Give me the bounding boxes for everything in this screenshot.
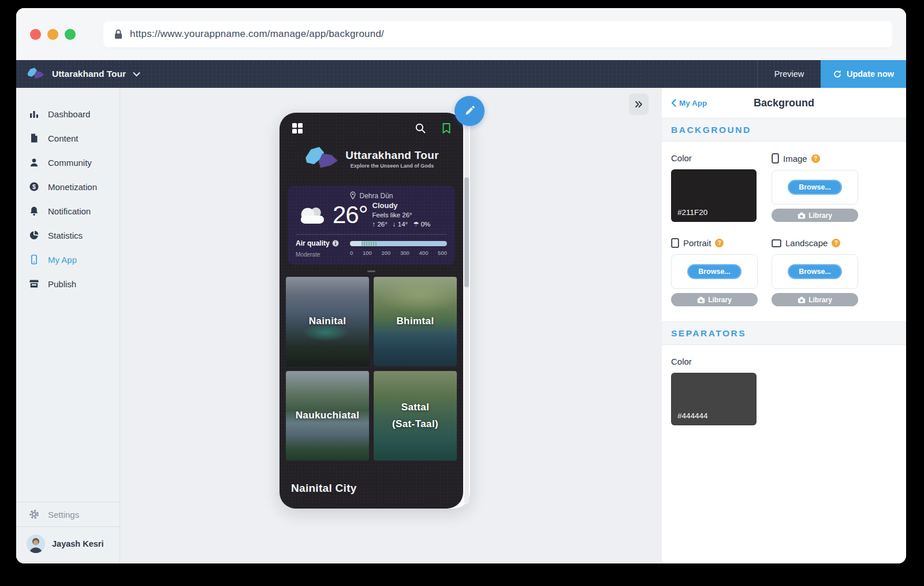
portrait-help-icon[interactable]: ?: [715, 239, 724, 247]
sidebar-item-dashboard[interactable]: Dashboard: [16, 102, 120, 126]
sidebar-item-label: Dashboard: [48, 109, 90, 119]
edit-header-button[interactable]: [454, 96, 485, 126]
sidebar-item-content[interactable]: Content: [16, 126, 120, 150]
scale-tick: 500: [438, 250, 447, 256]
destination-card-bhimtal[interactable]: Bhimtal: [374, 277, 457, 366]
update-now-button[interactable]: Update now: [821, 60, 906, 88]
portrait-browse-button[interactable]: Browse...: [687, 264, 742, 279]
camera-icon: [798, 296, 806, 303]
maximize-window-button[interactable]: [65, 29, 76, 40]
document-icon: [29, 133, 39, 143]
phone-app-tagline: Explore the Unseen Land of Gods: [345, 163, 439, 169]
destination-card-sattal[interactable]: Sattal (Sat-Taal): [374, 371, 457, 461]
storefront-icon: [29, 279, 39, 289]
back-to-my-app-link[interactable]: My App: [671, 99, 707, 107]
close-window-button[interactable]: [30, 29, 41, 40]
image-library-button[interactable]: Library: [772, 209, 858, 222]
location-pin-icon: [349, 191, 356, 200]
background-color-control: Color #211F20: [671, 153, 758, 222]
weather-feels-like: Feels like 26°: [372, 211, 431, 220]
sidebar-item-label: Statistics: [48, 231, 83, 240]
pencil-icon: [463, 105, 476, 117]
background-color-value: #211F20: [677, 208, 707, 217]
image-label: Image: [783, 154, 807, 164]
user-profile[interactable]: Jayash Kesri: [16, 527, 120, 563]
pie-chart-icon: [29, 230, 39, 240]
image-help-icon[interactable]: ?: [811, 154, 820, 163]
sidebar-item-label: Monetization: [48, 182, 97, 192]
app-logo-map-icon: [27, 66, 45, 81]
camera-icon: [798, 212, 806, 219]
uttarakhand-map-icon: [304, 145, 340, 173]
landscape-upload-dropzone[interactable]: Browse...: [772, 254, 858, 289]
settings-label: Settings: [48, 510, 79, 520]
collapse-panel-button[interactable]: [629, 94, 649, 115]
portrait-upload-dropzone[interactable]: Browse...: [671, 254, 758, 289]
destination-label-line2: (Sat-Taal): [392, 416, 438, 433]
separator-color-swatch[interactable]: #444444: [671, 373, 757, 425]
background-color-swatch[interactable]: #211F20: [671, 169, 757, 222]
svg-text:$: $: [32, 183, 36, 190]
bar-chart-icon: [29, 109, 39, 119]
image-upload-dropzone[interactable]: Browse...: [772, 170, 858, 205]
destination-label: Nainital: [309, 313, 346, 330]
scale-tick: 400: [419, 250, 429, 256]
destination-card-nainital[interactable]: Nainital: [286, 277, 369, 366]
search-icon[interactable]: [415, 123, 426, 134]
bookmark-icon[interactable]: [441, 123, 452, 134]
menu-grid-icon[interactable]: [291, 122, 304, 135]
sidebar-item-label: Notification: [48, 206, 91, 216]
update-now-label: Update now: [847, 69, 894, 79]
sidebar-item-settings[interactable]: Settings: [16, 502, 120, 526]
destination-card-naukuchiatal[interactable]: Naukuchiatal: [286, 371, 369, 461]
phone-scrollbar-track: [464, 117, 469, 504]
image-browse-button[interactable]: Browse...: [788, 180, 842, 195]
separators-section-header: SEPARATORS: [662, 321, 906, 345]
sidebar-item-publish[interactable]: Publish: [16, 272, 120, 296]
app-switcher[interactable]: Uttarakhand Tour: [16, 66, 140, 81]
scale-tick: 100: [363, 250, 372, 256]
cloud-icon: [296, 204, 328, 226]
chevron-left-icon: [671, 99, 676, 107]
window-controls: [30, 29, 76, 40]
gear-icon: [29, 509, 39, 520]
sidebar-item-community[interactable]: Community: [16, 150, 120, 175]
phone-scrollbar-thumb[interactable]: [464, 177, 469, 287]
preview-canvas: Uttarakhand Tour Explore the Unseen Land…: [120, 88, 662, 563]
sidebar-item-label: My App: [48, 255, 77, 265]
sidebar-item-label: Publish: [48, 279, 76, 289]
landscape-image-control: Landscape ? Browse... Library: [772, 238, 858, 306]
preview-button[interactable]: Preview: [757, 60, 821, 88]
dollar-circle-icon: $: [29, 181, 39, 192]
browser-chrome: https://www.yourappname.com/manage/app/b…: [16, 8, 906, 60]
color-label: Color: [671, 357, 692, 366]
destination-label: Sattal: [401, 399, 430, 416]
sidebar-item-my-app[interactable]: My App: [16, 247, 120, 272]
person-icon: [29, 157, 39, 168]
air-quality-label: Air quality: [296, 239, 330, 247]
landscape-help-icon[interactable]: ?: [832, 239, 840, 247]
weather-temperature: 26°: [333, 201, 368, 229]
sidebar-item-monetization[interactable]: $ Monetization: [16, 175, 120, 199]
landscape-library-button[interactable]: Library: [772, 293, 858, 306]
separator-color-control: Color #444444: [671, 357, 897, 425]
sidebar-item-notification[interactable]: Notification: [16, 199, 120, 223]
destination-grid: Nainital Bhimtal Naukuchiatal Sattal (Sa…: [286, 277, 457, 461]
phone-app-title: Uttarakhand Tour: [345, 149, 439, 162]
chevron-down-icon: [133, 72, 140, 77]
weather-widget[interactable]: Dehra Dūn 26° Cloudy Feels like 26° ↑ 26…: [288, 186, 455, 265]
address-bar[interactable]: https://www.yourappname.com/manage/app/b…: [103, 21, 892, 47]
minimize-window-button[interactable]: [47, 29, 58, 40]
scale-tick: 200: [382, 250, 391, 256]
sidebar-item-statistics[interactable]: Statistics: [16, 223, 120, 247]
weather-low: ↓ 14°: [393, 220, 408, 229]
landscape-browse-button[interactable]: Browse...: [788, 264, 842, 279]
phone-screen: Uttarakhand Tour Explore the Unseen Land…: [280, 113, 463, 509]
landscape-label: Landscape: [785, 238, 828, 248]
portrait-library-button[interactable]: Library: [671, 293, 758, 306]
destination-label: Naukuchiatal: [296, 407, 360, 424]
app-header-logo: Uttarakhand Tour Explore the Unseen Land…: [280, 145, 463, 173]
library-button-label: Library: [808, 212, 832, 220]
info-icon[interactable]: [332, 240, 339, 247]
scale-tick: 0: [350, 250, 353, 256]
